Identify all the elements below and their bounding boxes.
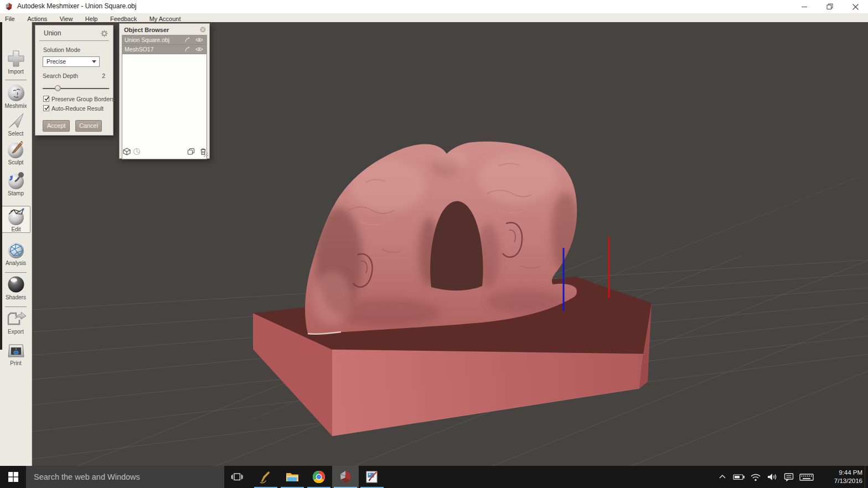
file-explorer-icon — [285, 470, 299, 484]
search-depth-slider[interactable] — [43, 85, 109, 92]
taskbar-app-file-explorer[interactable] — [279, 466, 306, 488]
duplicate-icon[interactable] — [187, 148, 195, 155]
pie-view-icon[interactable] — [133, 148, 141, 155]
battery-icon[interactable] — [731, 466, 747, 488]
close-icon[interactable] — [200, 27, 206, 33]
print-icon — [6, 340, 26, 360]
accept-button[interactable]: Accept — [43, 120, 70, 132]
export-icon — [6, 309, 26, 329]
tool-print[interactable]: Print — [0, 340, 32, 366]
tool-stamp[interactable]: Stamp — [0, 170, 32, 196]
taskbar-app-paint[interactable] — [359, 466, 385, 488]
resize-handle[interactable] — [203, 152, 209, 158]
restore-button[interactable] — [817, 0, 843, 13]
menu-bar: File Actions View Help Feedback My Accou… — [0, 13, 868, 23]
object-list: Union Square.obj MeshSO17 — [122, 35, 207, 159]
stamp-icon — [6, 170, 26, 190]
select-icon — [6, 111, 26, 131]
task-view-button[interactable] — [224, 466, 250, 488]
tool-edit[interactable]: Edit — [2, 206, 30, 233]
eye-icon[interactable] — [195, 46, 203, 53]
rail-separator — [5, 80, 27, 80]
volume-icon[interactable] — [764, 466, 781, 488]
union-panel-title: Union — [44, 29, 61, 37]
rail-separator — [5, 307, 27, 307]
windows-logo-icon — [8, 472, 18, 482]
edit-icon — [6, 206, 26, 226]
panel-divider — [39, 40, 109, 41]
tool-rail: Import Meshmix Select Sculpt — [0, 22, 32, 466]
pencil-icon[interactable] — [184, 46, 191, 53]
object-browser-panel: Object Browser Union Square.obj MeshSO17 — [119, 23, 210, 159]
tool-select[interactable]: Select — [0, 111, 32, 137]
pin-line-blue — [563, 248, 565, 311]
meshmix-icon — [6, 83, 26, 103]
window-title: Autodesk Meshmixer - Union Square.obj — [17, 2, 136, 10]
rail-edge-shadow — [0, 22, 2, 350]
paint-app-icon — [365, 470, 379, 484]
pen-app-icon — [259, 470, 273, 484]
checkbox-box — [43, 105, 49, 111]
import-icon — [6, 49, 26, 69]
screen: Autodesk Meshmixer - Union Square.obj Fi… — [0, 0, 868, 488]
gear-icon[interactable] — [101, 30, 108, 37]
title-bar: Autodesk Meshmixer - Union Square.obj — [0, 0, 868, 13]
solution-mode-label: Solution Mode — [43, 46, 80, 53]
meshmixer-app-icon — [338, 470, 353, 484]
taskbar-app-pen[interactable] — [252, 466, 279, 488]
task-view-icon — [230, 470, 244, 484]
shaders-icon — [6, 274, 26, 294]
slider-handle[interactable] — [55, 85, 61, 91]
solution-mode-value: Precise — [46, 58, 66, 65]
rail-separator — [5, 272, 27, 273]
slider-track — [43, 88, 109, 89]
tool-shaders[interactable]: Shaders — [0, 274, 32, 300]
clock-date: 7/13/2016 — [824, 477, 862, 485]
clock-time: 9:44 PM — [824, 469, 862, 477]
search-depth-label: Search Depth — [43, 72, 78, 79]
minimize-button[interactable] — [792, 0, 817, 13]
sculpt-icon — [6, 139, 26, 159]
tool-export[interactable]: Export — [0, 309, 32, 335]
taskbar-app-meshmixer[interactable] — [332, 466, 359, 488]
cube-view-icon[interactable] — [123, 148, 131, 155]
analysis-icon — [6, 240, 26, 260]
object-row[interactable]: Union Square.obj — [122, 35, 206, 45]
tool-analysis[interactable]: Analysis — [0, 240, 32, 266]
tool-import[interactable]: Import — [0, 49, 32, 75]
start-button[interactable] — [0, 466, 26, 488]
search-input[interactable] — [26, 466, 224, 488]
tool-sculpt[interactable]: Sculpt — [0, 139, 32, 165]
object-row[interactable]: MeshSO17 — [122, 45, 206, 54]
chrome-icon — [312, 470, 326, 484]
cancel-button[interactable]: Cancel — [75, 120, 102, 132]
touch-keyboard-icon[interactable] — [797, 466, 816, 488]
taskbar-clock[interactable]: 9:44 PM 7/13/2016 — [824, 469, 862, 485]
search-depth-value: 2 — [102, 72, 105, 79]
action-center-icon[interactable] — [781, 466, 797, 488]
eye-icon[interactable] — [195, 37, 203, 43]
object-browser-title: Object Browser — [124, 27, 169, 33]
show-desktop-button[interactable] — [865, 466, 868, 488]
pin-line-red — [608, 237, 610, 298]
solution-mode-dropdown[interactable]: Precise — [43, 56, 100, 67]
pencil-icon[interactable] — [184, 37, 191, 43]
tool-meshmix[interactable]: Meshmix — [0, 83, 32, 109]
meshmixer-logo-icon — [4, 2, 13, 11]
taskbar: 9:44 PM 7/13/2016 — [0, 466, 868, 488]
close-button[interactable] — [843, 0, 868, 13]
union-panel: Union Solution Mode Precise Search Depth… — [35, 25, 113, 136]
chevron-down-icon — [92, 60, 96, 63]
tray-chevron-up[interactable] — [714, 466, 731, 488]
object-browser-actions — [122, 148, 207, 157]
wifi-icon[interactable] — [747, 466, 764, 488]
taskbar-app-chrome[interactable] — [306, 466, 332, 488]
system-tray — [714, 466, 816, 488]
checkbox-box — [43, 96, 49, 102]
